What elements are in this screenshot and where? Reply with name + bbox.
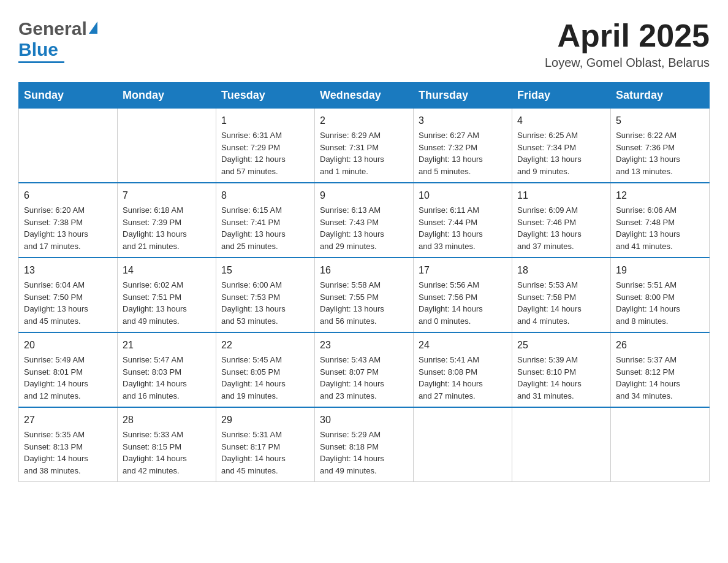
- day-number: 22: [221, 338, 309, 353]
- calendar-cell: 30Sunrise: 5:29 AM Sunset: 8:18 PM Dayli…: [315, 407, 414, 482]
- day-number: 30: [320, 413, 408, 427]
- day-number: 23: [320, 338, 408, 353]
- day-info: Sunrise: 6:25 AM Sunset: 7:34 PM Dayligh…: [517, 129, 605, 177]
- day-number: 25: [517, 338, 605, 353]
- day-info: Sunrise: 6:00 AM Sunset: 7:53 PM Dayligh…: [221, 279, 309, 327]
- calendar-cell: 23Sunrise: 5:43 AM Sunset: 8:07 PM Dayli…: [315, 332, 414, 407]
- calendar-cell: 24Sunrise: 5:41 AM Sunset: 8:08 PM Dayli…: [414, 332, 512, 407]
- day-info: Sunrise: 5:43 AM Sunset: 8:07 PM Dayligh…: [320, 354, 408, 402]
- day-info: Sunrise: 6:02 AM Sunset: 7:51 PM Dayligh…: [123, 279, 211, 327]
- calendar-cell: 1Sunrise: 6:31 AM Sunset: 7:29 PM Daylig…: [216, 109, 315, 183]
- day-number: 20: [24, 338, 112, 353]
- day-info: Sunrise: 6:13 AM Sunset: 7:43 PM Dayligh…: [320, 204, 408, 252]
- day-info: Sunrise: 5:35 AM Sunset: 8:13 PM Dayligh…: [24, 429, 112, 477]
- day-number: 24: [419, 338, 507, 353]
- calendar-cell: 29Sunrise: 5:31 AM Sunset: 8:17 PM Dayli…: [216, 407, 315, 482]
- calendar-cell: [414, 407, 512, 482]
- calendar-cell: 28Sunrise: 5:33 AM Sunset: 8:15 PM Dayli…: [118, 407, 216, 482]
- day-number: 9: [320, 188, 408, 203]
- col-header-thursday: Thursday: [414, 83, 512, 109]
- calendar-cell: 6Sunrise: 6:20 AM Sunset: 7:38 PM Daylig…: [19, 183, 118, 258]
- day-info: Sunrise: 6:27 AM Sunset: 7:32 PM Dayligh…: [419, 129, 507, 177]
- day-info: Sunrise: 5:51 AM Sunset: 8:00 PM Dayligh…: [616, 279, 704, 327]
- day-info: Sunrise: 5:39 AM Sunset: 8:10 PM Dayligh…: [517, 354, 605, 402]
- calendar-cell: 2Sunrise: 6:29 AM Sunset: 7:31 PM Daylig…: [315, 109, 414, 183]
- day-number: 18: [517, 263, 605, 278]
- calendar-cell: 20Sunrise: 5:49 AM Sunset: 8:01 PM Dayli…: [19, 332, 118, 407]
- calendar-cell: 17Sunrise: 5:56 AM Sunset: 7:56 PM Dayli…: [414, 258, 512, 332]
- calendar-cell: 9Sunrise: 6:13 AM Sunset: 7:43 PM Daylig…: [315, 183, 414, 258]
- logo-triangle-icon: [89, 21, 97, 34]
- calendar-table: SundayMondayTuesdayWednesdayThursdayFrid…: [18, 82, 710, 482]
- calendar-cell: 5Sunrise: 6:22 AM Sunset: 7:36 PM Daylig…: [611, 109, 710, 183]
- day-info: Sunrise: 5:56 AM Sunset: 7:56 PM Dayligh…: [419, 279, 507, 327]
- day-info: Sunrise: 6:15 AM Sunset: 7:41 PM Dayligh…: [221, 204, 309, 252]
- day-number: 15: [221, 263, 309, 278]
- calendar-cell: 14Sunrise: 6:02 AM Sunset: 7:51 PM Dayli…: [118, 258, 216, 332]
- day-number: 12: [616, 188, 704, 203]
- calendar-cell: 8Sunrise: 6:15 AM Sunset: 7:41 PM Daylig…: [216, 183, 315, 258]
- calendar-cell: [512, 407, 611, 482]
- calendar-cell: 25Sunrise: 5:39 AM Sunset: 8:10 PM Dayli…: [512, 332, 611, 407]
- day-info: Sunrise: 6:04 AM Sunset: 7:50 PM Dayligh…: [24, 279, 112, 327]
- day-info: Sunrise: 5:49 AM Sunset: 8:01 PM Dayligh…: [24, 354, 112, 402]
- calendar-cell: [611, 407, 710, 482]
- day-number: 2: [320, 113, 408, 128]
- day-number: 27: [24, 413, 112, 427]
- day-number: 3: [419, 113, 507, 128]
- day-info: Sunrise: 5:41 AM Sunset: 8:08 PM Dayligh…: [419, 354, 507, 402]
- title-block: April 2025 Loyew, Gomel Oblast, Belarus: [545, 18, 710, 70]
- day-number: 26: [616, 338, 704, 353]
- calendar-cell: 13Sunrise: 6:04 AM Sunset: 7:50 PM Dayli…: [19, 258, 118, 332]
- calendar-cell: [118, 109, 216, 183]
- page-subtitle: Loyew, Gomel Oblast, Belarus: [545, 56, 710, 70]
- calendar-cell: 12Sunrise: 6:06 AM Sunset: 7:48 PM Dayli…: [611, 183, 710, 258]
- day-number: 13: [24, 263, 112, 278]
- day-info: Sunrise: 5:45 AM Sunset: 8:05 PM Dayligh…: [221, 354, 309, 402]
- day-number: 16: [320, 263, 408, 278]
- day-info: Sunrise: 5:58 AM Sunset: 7:55 PM Dayligh…: [320, 279, 408, 327]
- calendar-cell: 3Sunrise: 6:27 AM Sunset: 7:32 PM Daylig…: [414, 109, 512, 183]
- calendar-cell: 27Sunrise: 5:35 AM Sunset: 8:13 PM Dayli…: [19, 407, 118, 482]
- day-number: 1: [221, 113, 309, 128]
- day-number: 5: [616, 113, 704, 128]
- calendar-cell: 26Sunrise: 5:37 AM Sunset: 8:12 PM Dayli…: [611, 332, 710, 407]
- day-number: 29: [221, 413, 309, 427]
- calendar-cell: 10Sunrise: 6:11 AM Sunset: 7:44 PM Dayli…: [414, 183, 512, 258]
- day-info: Sunrise: 5:33 AM Sunset: 8:15 PM Dayligh…: [123, 429, 211, 477]
- day-number: 14: [123, 263, 211, 278]
- col-header-sunday: Sunday: [19, 83, 118, 109]
- logo-underline: [18, 61, 64, 63]
- day-info: Sunrise: 5:37 AM Sunset: 8:12 PM Dayligh…: [616, 354, 704, 402]
- day-info: Sunrise: 6:22 AM Sunset: 7:36 PM Dayligh…: [616, 129, 704, 177]
- col-header-tuesday: Tuesday: [216, 83, 315, 109]
- calendar-cell: [19, 109, 118, 183]
- col-header-wednesday: Wednesday: [315, 83, 414, 109]
- day-info: Sunrise: 5:47 AM Sunset: 8:03 PM Dayligh…: [123, 354, 211, 402]
- day-info: Sunrise: 6:29 AM Sunset: 7:31 PM Dayligh…: [320, 129, 408, 177]
- calendar-cell: 22Sunrise: 5:45 AM Sunset: 8:05 PM Dayli…: [216, 332, 315, 407]
- day-number: 19: [616, 263, 704, 278]
- calendar-cell: 16Sunrise: 5:58 AM Sunset: 7:55 PM Dayli…: [315, 258, 414, 332]
- day-info: Sunrise: 6:18 AM Sunset: 7:39 PM Dayligh…: [123, 204, 211, 252]
- day-number: 7: [123, 188, 211, 203]
- logo-general-text: General: [18, 18, 87, 39]
- calendar-cell: 19Sunrise: 5:51 AM Sunset: 8:00 PM Dayli…: [611, 258, 710, 332]
- day-number: 6: [24, 188, 112, 203]
- day-info: Sunrise: 6:31 AM Sunset: 7:29 PM Dayligh…: [221, 129, 309, 177]
- page-title: April 2025: [545, 18, 710, 53]
- day-info: Sunrise: 6:06 AM Sunset: 7:48 PM Dayligh…: [616, 204, 704, 252]
- calendar-cell: 4Sunrise: 6:25 AM Sunset: 7:34 PM Daylig…: [512, 109, 611, 183]
- day-info: Sunrise: 6:11 AM Sunset: 7:44 PM Dayligh…: [419, 204, 507, 252]
- day-number: 8: [221, 188, 309, 203]
- calendar-cell: 18Sunrise: 5:53 AM Sunset: 7:58 PM Dayli…: [512, 258, 611, 332]
- col-header-monday: Monday: [118, 83, 216, 109]
- calendar-cell: 15Sunrise: 6:00 AM Sunset: 7:53 PM Dayli…: [216, 258, 315, 332]
- day-info: Sunrise: 5:53 AM Sunset: 7:58 PM Dayligh…: [517, 279, 605, 327]
- day-info: Sunrise: 6:09 AM Sunset: 7:46 PM Dayligh…: [517, 204, 605, 252]
- logo-blue-text: Blue: [18, 39, 58, 59]
- col-header-saturday: Saturday: [611, 83, 710, 109]
- col-header-friday: Friday: [512, 83, 611, 109]
- day-number: 17: [419, 263, 507, 278]
- day-info: Sunrise: 5:31 AM Sunset: 8:17 PM Dayligh…: [221, 429, 309, 477]
